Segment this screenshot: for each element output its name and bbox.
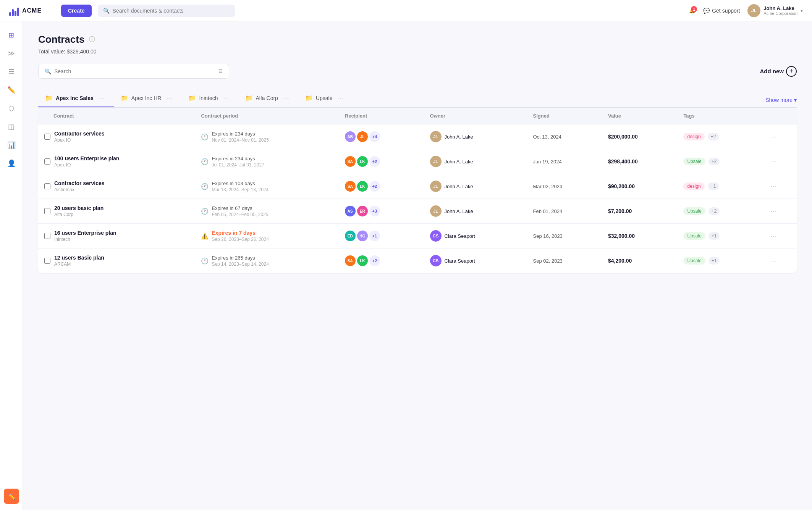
contract-sub: Inintech — [54, 237, 116, 242]
owner-cell: JL John A. Lake — [424, 199, 527, 224]
notifications-button[interactable]: 🔔 1 — [689, 8, 696, 13]
sidebar-item-layers[interactable]: ◫ — [4, 119, 19, 134]
folder-icon: 📁 — [121, 94, 128, 102]
table-row: 100 users Enterprise plan Apex IO 🕐 Expi… — [38, 149, 797, 174]
folder-menu-button[interactable]: ··· — [221, 94, 231, 102]
get-support-link[interactable]: 💬 Get support — [703, 8, 740, 14]
row-actions-button[interactable]: ··· — [770, 207, 776, 215]
clock-icon: 🕐 — [201, 257, 209, 265]
folder-tabs-list: 📁 Apex Inc Sales ··· 📁 Apex Inc HR ··· 📁… — [38, 89, 353, 107]
owner-name: Clara Seaport — [445, 233, 475, 239]
row-actions-button[interactable]: ··· — [770, 182, 776, 190]
row-actions-button[interactable]: ··· — [770, 257, 776, 265]
folder-tab-apex-hr[interactable]: 📁 Apex Inc HR ··· — [114, 89, 182, 107]
row-checkbox[interactable] — [44, 158, 50, 165]
col-header-actions — [764, 108, 797, 124]
tags-cell: Upsale +1 — [677, 224, 764, 249]
sidebar-item-cube[interactable]: ⬡ — [4, 101, 19, 116]
contract-sub: Apex IO — [54, 162, 119, 168]
folder-name: Apex Inc HR — [131, 95, 162, 101]
contract-period-cell: 🕐 Expires in 67 days Feb 05, 2024–Feb 05… — [195, 199, 338, 224]
folder-tab-inintech[interactable]: 📁 Inintech ··· — [181, 89, 238, 107]
tags-plus: +1 — [708, 257, 720, 265]
recipient-avatar: AS — [345, 206, 356, 216]
recipients-plus: +3 — [369, 206, 380, 216]
signed-date: Oct 13, 2024 — [533, 134, 561, 140]
chevron-down-icon: ▾ — [794, 97, 797, 103]
row-actions-button[interactable]: ··· — [770, 158, 776, 166]
contract-tag: Upsale — [683, 257, 705, 265]
create-button[interactable]: Create — [61, 5, 92, 17]
show-more-label: Show more — [765, 97, 793, 103]
user-menu[interactable]: JL John A. Lake Acme Corporation ▾ — [747, 4, 803, 17]
value-cell: $32,000.00 — [602, 224, 677, 249]
owner-cell: JL John A. Lake — [424, 149, 527, 174]
contracts-search[interactable]: 🔍 ≡ — [38, 64, 229, 79]
signed-date: Mar 02, 2024 — [533, 184, 563, 189]
info-icon[interactable]: ⓘ — [89, 36, 95, 44]
owner-name: John A. Lake — [445, 208, 473, 214]
folder-tab-apex-sales[interactable]: 📁 Apex Inc Sales ··· — [38, 89, 114, 107]
global-search[interactable]: 🔍 — [98, 5, 235, 17]
owner-name: Clara Seaport — [445, 258, 475, 264]
table-header: ContractContract periodRecipientOwnerSig… — [38, 108, 797, 124]
folder-tab-upsale[interactable]: 📁 Upsale ··· — [298, 89, 353, 107]
col-header-tags: Tags — [677, 108, 764, 124]
actions-cell: ··· — [764, 249, 797, 273]
row-checkbox[interactable] — [44, 183, 50, 189]
total-value: Total value: $329,400.00 — [38, 48, 797, 55]
expires-text: Expires in 234 days — [212, 156, 264, 161]
expires-text: Expires in 67 days — [212, 205, 268, 211]
add-new-button[interactable]: Add new + — [760, 66, 797, 77]
table-row: 12 users Basic plan ARCAM 🕐 Expires in 2… — [38, 249, 797, 273]
period-dates: Feb 05, 2024–Feb 05, 2025 — [212, 212, 268, 217]
folder-tabs: 📁 Apex Inc Sales ··· 📁 Apex Inc HR ··· 📁… — [38, 89, 797, 108]
app-layout: ⊞ ≫ ☰ ✏️ ⬡ ◫ 📊 👤 ✏️ Contracts ⓘ Total va… — [0, 21, 812, 510]
sidebar-item-contacts[interactable]: 👤 — [4, 156, 19, 171]
owner-cell: JL John A. Lake — [424, 124, 527, 149]
row-checkbox[interactable] — [44, 134, 50, 140]
plus-icon: + — [786, 66, 797, 77]
contract-value: $4,200.00 — [608, 258, 632, 264]
actions-cell: ··· — [764, 174, 797, 199]
table-header-row: 🔍 ≡ Add new + — [38, 64, 797, 79]
recipient-avatar: ER — [357, 206, 368, 216]
row-actions-button[interactable]: ··· — [770, 232, 776, 240]
folder-menu-button[interactable]: ··· — [281, 94, 291, 102]
contract-name: 20 users basic plan — [54, 205, 104, 211]
value-cell: $7,200.00 — [602, 199, 677, 224]
clock-icon: 🕐 — [201, 133, 209, 140]
contracts-search-input[interactable] — [54, 68, 215, 74]
get-support-label: Get support — [712, 8, 740, 14]
contract-tag: design — [683, 182, 704, 190]
contract-value: $7,200.00 — [608, 208, 632, 214]
value-cell: $298,400.00 — [602, 149, 677, 174]
sidebar-item-dashboard[interactable]: ⊞ — [4, 27, 19, 43]
col-header-signed: Signed — [527, 108, 602, 124]
folder-menu-button[interactable]: ··· — [335, 94, 346, 102]
show-more-button[interactable]: Show more ▾ — [765, 97, 797, 103]
table-header-row: ContractContract periodRecipientOwnerSig… — [38, 108, 797, 124]
contract-value: $200,000.00 — [608, 134, 638, 140]
sidebar-notification-icon[interactable]: ✏️ — [4, 489, 19, 504]
sidebar-item-arrows[interactable]: ≫ — [4, 46, 19, 61]
folder-menu-button[interactable]: ··· — [164, 94, 175, 102]
period-dates: Jul 01, 2024–Jul 01, 2027 — [212, 162, 264, 168]
row-checkbox[interactable] — [44, 208, 50, 214]
sidebar-item-edit[interactable]: ✏️ — [4, 82, 19, 98]
row-checkbox[interactable] — [44, 233, 50, 239]
expires-text: Expires in 7 days — [212, 230, 269, 236]
global-search-input[interactable] — [113, 8, 230, 14]
contract-name: 16 users Enterprise plan — [54, 230, 116, 236]
filter-button[interactable]: ≡ — [218, 67, 223, 75]
row-checkbox[interactable] — [44, 258, 50, 264]
sidebar-item-documents[interactable]: ☰ — [4, 64, 19, 79]
signed-cell: Jun 19, 2024 — [527, 149, 602, 174]
row-actions-button[interactable]: ··· — [770, 133, 776, 141]
folder-name: Upsale — [316, 95, 333, 101]
sidebar-item-chart[interactable]: 📊 — [4, 137, 19, 153]
user-name: John A. Lake — [763, 5, 797, 11]
main-content: Contracts ⓘ Total value: $329,400.00 🔍 ≡… — [23, 21, 812, 510]
folder-tab-alfa-corp[interactable]: 📁 Alfa Corp ··· — [238, 89, 298, 107]
folder-menu-button[interactable]: ··· — [97, 94, 107, 102]
